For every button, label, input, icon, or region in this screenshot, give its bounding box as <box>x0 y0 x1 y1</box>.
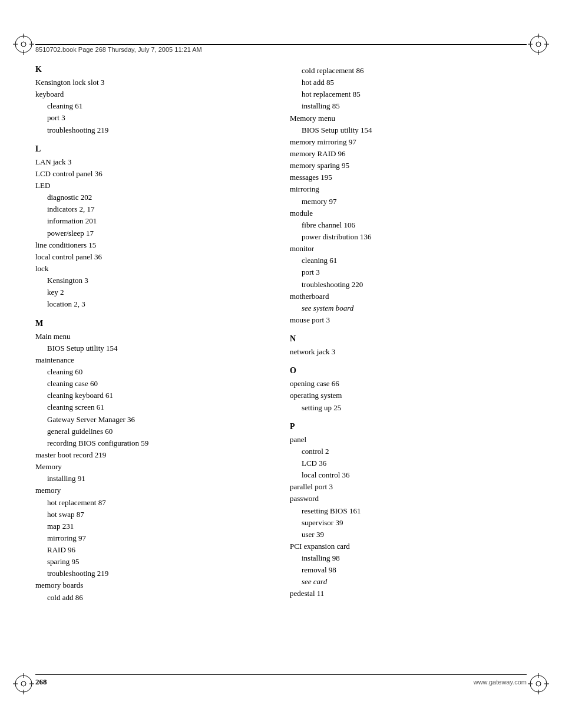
corner-mark-br <box>527 672 550 696</box>
index-entry: resetting BIOS 161 <box>302 505 527 517</box>
index-entry: installing 98 <box>302 552 527 564</box>
index-entry: cleaning keyboard 61 <box>47 390 272 401</box>
svg-point-1 <box>21 42 26 47</box>
index-entry: hot replacement 87 <box>47 497 272 509</box>
index-entry: network jack 3 <box>290 346 527 358</box>
index-entry: map 231 <box>47 521 272 532</box>
svg-point-7 <box>536 42 541 47</box>
index-entry: panel <box>290 434 527 446</box>
index-entry: messages 195 <box>290 172 527 183</box>
index-entry: cleaning screen 61 <box>47 401 272 413</box>
index-entry: key 2 <box>47 286 272 298</box>
svg-point-12 <box>15 676 32 692</box>
index-entry: BIOS Setup utility 154 <box>47 342 272 354</box>
left-column: KKensington lock slot 3keyboardcleaning … <box>35 65 272 669</box>
index-entry: cleaning 60 <box>47 366 272 378</box>
svg-point-0 <box>15 36 32 52</box>
index-entry: PCI expansion card <box>290 541 527 552</box>
header-bar: 8510702.book Page 268 Thursday, July 7, … <box>35 44 527 53</box>
index-entry: password <box>290 493 527 505</box>
index-entry: Memory <box>35 461 272 473</box>
index-entry: memory sparing 95 <box>290 160 527 172</box>
index-entry: lock <box>35 263 272 275</box>
index-entry: user 39 <box>302 529 527 541</box>
index-entry: local control panel 36 <box>35 251 272 263</box>
main-content: KKensington lock slot 3keyboardcleaning … <box>35 65 527 669</box>
footer: 268 www.gateway.com <box>35 674 527 687</box>
index-entry: keyboard <box>35 88 272 100</box>
footer-page-number: 268 <box>35 677 47 687</box>
index-entry: Memory menu <box>290 113 527 124</box>
index-entry: indicators 2, 17 <box>47 203 272 215</box>
footer-url: www.gateway.com <box>474 678 527 686</box>
index-entry: general guidelines 60 <box>47 426 272 437</box>
index-entry: pedestal 11 <box>290 588 527 599</box>
index-entry: sparing 95 <box>47 556 272 568</box>
index-entry: port 3 <box>47 112 272 124</box>
index-entry: monitor <box>290 243 527 255</box>
index-entry: LED <box>35 180 272 192</box>
index-entry: hot add 85 <box>302 77 527 88</box>
index-entry: power/sleep 17 <box>47 228 272 239</box>
index-entry: Gateway Server Manager 36 <box>47 414 272 426</box>
section-letter: O <box>290 366 527 375</box>
index-entry: troubleshooting 219 <box>47 124 272 136</box>
index-entry: mouse port 3 <box>290 314 527 326</box>
index-entry: troubleshooting 220 <box>302 279 527 291</box>
index-entry: motherboard <box>290 291 527 302</box>
index-entry: memory boards <box>35 579 272 591</box>
index-entry: memory mirroring 97 <box>290 136 527 148</box>
svg-point-18 <box>530 676 547 692</box>
corner-mark-tl <box>12 32 35 56</box>
index-entry: cleaning case 60 <box>47 378 272 390</box>
index-entry: setting up 25 <box>302 402 527 414</box>
index-entry: troubleshooting 219 <box>47 568 272 579</box>
index-entry: memory 97 <box>302 196 527 207</box>
index-entry: hot swap 87 <box>47 509 272 521</box>
index-entry: Main menu <box>35 331 272 342</box>
section-letter: N <box>290 334 527 344</box>
index-entry: opening case 66 <box>290 378 527 390</box>
index-entry: maintenance <box>35 354 272 366</box>
index-entry: recording BIOS configuration 59 <box>47 437 272 449</box>
index-entry: see card <box>302 576 527 588</box>
index-entry: memory <box>35 485 272 496</box>
header-text: 8510702.book Page 268 Thursday, July 7, … <box>35 46 202 53</box>
index-entry: LCD control panel 36 <box>35 168 272 180</box>
index-entry: mirroring <box>290 183 527 195</box>
index-entry: fibre channel 106 <box>302 219 527 231</box>
section-letter: P <box>290 422 527 431</box>
index-entry: operating system <box>290 390 527 401</box>
index-entry: installing 91 <box>47 473 272 485</box>
index-entry: see system board <box>302 302 527 314</box>
index-entry: hot replacement 85 <box>302 88 527 100</box>
index-entry: line conditioners 15 <box>35 239 272 251</box>
index-entry: cleaning 61 <box>47 100 272 112</box>
index-entry: information 201 <box>47 215 272 227</box>
section-letter: K <box>35 65 272 74</box>
index-entry: cold replacement 86 <box>302 65 527 77</box>
index-entry: module <box>290 207 527 219</box>
svg-point-13 <box>21 681 26 686</box>
index-entry: master boot record 219 <box>35 449 272 461</box>
index-entry: memory RAID 96 <box>290 148 527 160</box>
index-entry: cold add 86 <box>47 592 272 604</box>
index-entry: removal 98 <box>302 564 527 576</box>
corner-mark-tr <box>527 32 550 56</box>
index-entry: location 2, 3 <box>47 298 272 310</box>
svg-point-6 <box>530 36 547 52</box>
index-entry: diagnostic 202 <box>47 192 272 203</box>
index-entry: Kensington lock slot 3 <box>35 77 272 88</box>
section-letter: M <box>35 319 272 328</box>
right-column: cold replacement 86hot add 85hot replace… <box>290 65 527 669</box>
index-entry: port 3 <box>302 266 527 278</box>
svg-point-19 <box>536 681 541 686</box>
index-entry: installing 85 <box>302 100 527 112</box>
index-entry: Kensington 3 <box>47 275 272 286</box>
index-entry: control 2 <box>302 446 527 457</box>
index-entry: LAN jack 3 <box>35 156 272 168</box>
index-entry: cleaning 61 <box>302 255 527 266</box>
index-entry: RAID 96 <box>47 544 272 556</box>
corner-mark-bl <box>12 672 35 696</box>
index-entry: LCD 36 <box>302 457 527 469</box>
